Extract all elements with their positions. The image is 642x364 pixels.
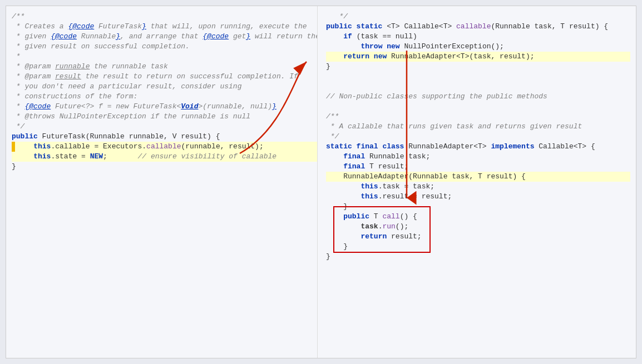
code-text: // Non-public classes supporting the pub… xyxy=(326,92,547,102)
r-line-17: RunnableAdapter(Runnable task, T result)… xyxy=(326,172,630,182)
code-text: */ xyxy=(326,12,348,22)
code-text: * A callable that runs given task and re… xyxy=(326,122,582,132)
code-text: this.state = NEW; // ensure visibility o… xyxy=(12,152,276,162)
line-16: } xyxy=(12,162,317,172)
line-3: * given {@code Runnable}, and arrange th… xyxy=(12,32,317,42)
code-text: public static <T> Callable<T> callable(R… xyxy=(326,22,608,32)
code-text: } xyxy=(326,252,330,262)
code-text: /** xyxy=(326,112,339,122)
r-line-12: * A callable that runs given task and re… xyxy=(326,122,630,132)
r-line-13: */ xyxy=(326,132,630,142)
code-text: * @throws NullPointerException if the ru… xyxy=(12,112,250,122)
code-text: * @param runnable the runnable task xyxy=(12,62,168,72)
line-4: * given result on successful completion. xyxy=(12,42,317,52)
r-line-1: */ xyxy=(326,12,630,22)
r-line-11: /** xyxy=(326,112,630,122)
line-5: * xyxy=(12,52,317,62)
code-text: } xyxy=(326,242,348,252)
code-text: public T call() { xyxy=(326,212,417,222)
line-11: * @throws NullPointerException if the ru… xyxy=(12,112,317,122)
r-line-16: final T result; xyxy=(326,162,630,172)
code-text: * Creates a {@code FutureTask} that will… xyxy=(12,22,307,32)
r-line-4: throw new NullPointerException(); xyxy=(326,42,630,52)
code-text: throw new NullPointerException(); xyxy=(326,42,504,52)
code-text: task.run(); xyxy=(326,222,408,232)
left-pane: /** * Creates a {@code FutureTask} that … xyxy=(6,6,318,358)
code-text: * constructions of the form: xyxy=(12,92,137,102)
code-text: return new RunnableAdapter<T>(task, resu… xyxy=(326,52,535,62)
code-text: * xyxy=(12,52,21,62)
code-text: final T result; xyxy=(326,162,408,172)
code-text: * you don't need a particular result, co… xyxy=(12,82,241,92)
line-13: public FutureTask(Runnable runnable, V r… xyxy=(12,132,317,142)
code-text: * given result on successful completion. xyxy=(12,42,190,52)
r-line-19: this.result = result; xyxy=(326,192,630,202)
code-text: if (task == null) xyxy=(326,32,417,42)
code-text: */ xyxy=(326,132,339,142)
r-line-21: public T call() { xyxy=(326,212,630,222)
line-12: */ xyxy=(12,122,317,132)
r-line-3: if (task == null) xyxy=(326,32,630,42)
line-7: * @param result the result to return on … xyxy=(12,72,317,82)
line-8: * you don't need a particular result, co… xyxy=(12,82,317,92)
r-line-10 xyxy=(326,102,630,112)
line-10: * {@code Future<?> f = new FutureTask<Vo… xyxy=(12,102,317,112)
r-line-15: final Runnable task; xyxy=(326,152,630,162)
line-6: * @param runnable the runnable task xyxy=(12,62,317,72)
code-text: this.task = task; xyxy=(326,182,434,192)
code-text: this.callable = Executors.callable(runna… xyxy=(12,142,264,152)
right-code-block: */ public static <T> Callable<T> callabl… xyxy=(326,12,630,262)
code-text: */ xyxy=(12,122,24,132)
r-line-24: } xyxy=(326,242,630,252)
code-text: return result; xyxy=(326,232,422,242)
r-line-25: } xyxy=(326,252,630,262)
r-line-2: public static <T> Callable<T> callable(R… xyxy=(326,22,630,32)
line-9: * constructions of the form: xyxy=(12,92,317,102)
code-text: } xyxy=(326,62,330,72)
code-text: * {@code Future<?> f = new FutureTask<Vo… xyxy=(12,102,276,112)
line-2: * Creates a {@code FutureTask} that will… xyxy=(12,22,317,32)
r-line-14: static final class RunnableAdapter<T> im… xyxy=(326,142,630,152)
line-15: this.state = NEW; // ensure visibility o… xyxy=(12,152,317,162)
right-pane: */ public static <T> Callable<T> callabl… xyxy=(318,6,636,358)
r-line-18: this.task = task; xyxy=(326,182,630,192)
code-text: /** xyxy=(12,12,24,22)
r-line-5: return new RunnableAdapter<T>(task, resu… xyxy=(326,52,630,62)
r-line-8 xyxy=(326,82,630,92)
main-container: /** * Creates a {@code FutureTask} that … xyxy=(6,6,636,358)
code-text: * given {@code Runnable}, and arrange th… xyxy=(12,32,318,42)
r-line-23: return result; xyxy=(326,232,630,242)
code-text: this.result = result; xyxy=(326,192,452,202)
r-line-9: // Non-public classes supporting the pub… xyxy=(326,92,630,102)
code-text: * @param result the result to return on … xyxy=(12,72,298,82)
r-line-22: task.run(); xyxy=(326,222,630,232)
code-text: } xyxy=(326,202,348,212)
code-text: RunnableAdapter(Runnable task, T result)… xyxy=(326,172,526,182)
line-14: this.callable = Executors.callable(runna… xyxy=(12,142,317,152)
r-line-20: } xyxy=(326,202,630,212)
line-1: /** xyxy=(12,12,317,22)
r-line-7 xyxy=(326,72,630,82)
code-text: final Runnable task; xyxy=(326,152,430,162)
code-text: public FutureTask(Runnable runnable, V r… xyxy=(12,132,220,142)
code-text: static final class RunnableAdapter<T> im… xyxy=(326,142,595,152)
r-line-6: } xyxy=(326,62,630,72)
code-text: } xyxy=(12,162,16,172)
left-code-block: /** * Creates a {@code FutureTask} that … xyxy=(12,12,317,172)
